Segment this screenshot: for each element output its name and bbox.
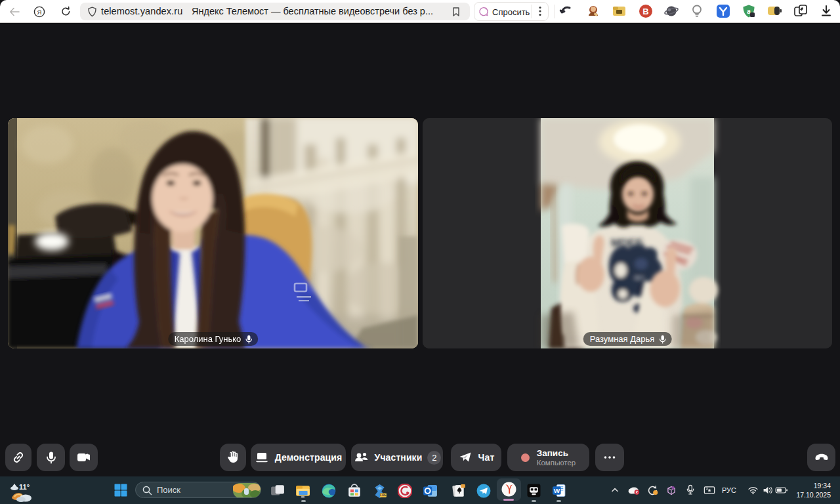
svg-text:FRE: FRE [380, 494, 387, 497]
svg-text:11°: 11° [19, 483, 30, 491]
svg-text:Я: Я [37, 9, 42, 16]
svg-text:W: W [554, 487, 560, 494]
svg-text:B: B [642, 7, 648, 16]
svg-text:ЛЕТ: ЛЕТ [634, 275, 644, 281]
